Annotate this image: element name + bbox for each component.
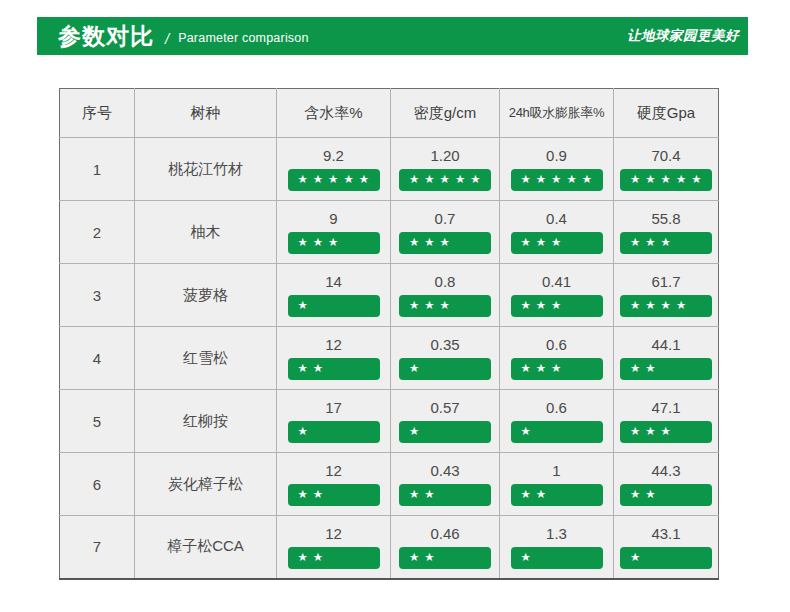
star-icons: ★★★★★ [630,174,707,186]
star-rating-badge: ★★ [288,547,380,569]
banner-title-en: Parameter comparison [178,31,308,45]
star-icons: ★★ [630,489,661,501]
species-cell: 樟子松CCA [135,516,277,579]
metric-cell: 17★ [277,390,391,453]
banner-slogan: 让地球家园更美好 [627,27,739,45]
star-rating-badge: ★★★ [620,421,712,443]
row-number-cell: 7 [60,516,135,579]
star-rating-badge: ★★ [288,358,380,380]
metric-value: 0.46 [392,523,498,544]
metric-value: 44.3 [615,460,717,481]
metric-cell: 44.1★★ [614,327,719,390]
table-body: 1桃花江竹材9.2★★★★★1.20★★★★★0.9★★★★★70.4★★★★★… [60,138,719,579]
row-number-cell: 2 [60,201,135,264]
star-rating-badge: ★★★ [399,295,491,317]
star-icons: ★★ [298,552,329,564]
star-rating-badge: ★★★★★ [288,169,380,191]
star-rating-badge: ★★ [511,484,603,506]
row-number-cell: 4 [60,327,135,390]
row-number-cell: 5 [60,390,135,453]
banner-separator: / [165,30,169,47]
metric-value: 0.9 [501,145,612,166]
row-number-cell: 6 [60,453,135,516]
metric-cell: 1.20★★★★★ [391,138,500,201]
star-icons: ★★ [409,552,440,564]
metric-cell: 43.1★ [614,516,719,579]
metric-value: 44.1 [615,334,717,355]
table-header-row: 序号树种含水率%密度g/cm24h吸水膨胀率%硬度Gpa [60,89,719,138]
species-cell: 红雪松 [135,327,277,390]
metric-value: 0.57 [392,397,498,418]
star-icons: ★★ [630,363,661,375]
banner: 参数对比 / Parameter comparison 让地球家园更美好 [37,17,748,55]
star-icons: ★ [630,552,645,564]
metric-cell: 9★★★ [277,201,391,264]
star-rating-badge: ★★ [620,358,712,380]
metric-value: 1 [501,460,612,481]
metric-value: 9 [278,208,389,229]
metric-cell: 0.41★★★ [500,264,614,327]
star-icons: ★★★★ [630,300,691,312]
star-icons: ★★★ [409,300,455,312]
row-number-cell: 1 [60,138,135,201]
metric-cell: 0.4★★★ [500,201,614,264]
table-row: 5红柳按17★0.57★0.6★47.1★★★ [60,390,719,453]
star-icons: ★ [409,426,424,438]
table-row: 1桃花江竹材9.2★★★★★1.20★★★★★0.9★★★★★70.4★★★★★ [60,138,719,201]
star-icons: ★★ [521,489,552,501]
metric-value: 1.20 [392,145,498,166]
row-number-cell: 3 [60,264,135,327]
star-rating-badge: ★★★★★ [399,169,491,191]
metric-cell: 47.1★★★ [614,390,719,453]
star-icons: ★★ [298,489,329,501]
star-icons: ★★★ [521,363,567,375]
metric-value: 1.3 [501,523,612,544]
metric-cell: 0.46★★ [391,516,500,579]
star-rating-badge: ★★★ [288,232,380,254]
star-rating-badge: ★ [620,547,712,569]
metric-cell: 0.6★ [500,390,614,453]
star-icons: ★★ [298,363,329,375]
column-header: 序号 [60,89,135,138]
star-icons: ★★ [409,489,440,501]
metric-value: 0.35 [392,334,498,355]
species-cell: 红柳按 [135,390,277,453]
table-row: 4红雪松12★★0.35★0.6★★★44.1★★ [60,327,719,390]
metric-value: 12 [278,460,389,481]
metric-cell: 14★ [277,264,391,327]
star-rating-badge: ★★★ [511,358,603,380]
metric-value: 0.6 [501,397,612,418]
table-row: 2柚木9★★★0.7★★★0.4★★★55.8★★★ [60,201,719,264]
metric-cell: 0.43★★ [391,453,500,516]
star-rating-badge: ★★★★ [620,295,712,317]
star-icons: ★★★★★ [409,174,486,186]
metric-cell: 0.57★ [391,390,500,453]
metric-value: 55.8 [615,208,717,229]
metric-value: 17 [278,397,389,418]
star-rating-badge: ★ [399,358,491,380]
metric-value: 12 [278,334,389,355]
metric-cell: 61.7★★★★ [614,264,719,327]
star-icons: ★ [409,363,424,375]
star-icons: ★★★ [409,237,455,249]
species-cell: 桃花江竹材 [135,138,277,201]
star-rating-badge: ★★★★★ [511,169,603,191]
metric-cell: 9.2★★★★★ [277,138,391,201]
table-row: 7樟子松CCA12★★0.46★★1.3★43.1★ [60,516,719,579]
comparison-table-wrap: 序号树种含水率%密度g/cm24h吸水膨胀率%硬度Gpa 1桃花江竹材9.2★★… [59,88,719,580]
star-rating-badge: ★★ [399,484,491,506]
metric-cell: 0.35★ [391,327,500,390]
star-rating-badge: ★★★ [620,232,712,254]
metric-cell: 55.8★★★ [614,201,719,264]
star-rating-badge: ★★★ [511,295,603,317]
metric-cell: 44.3★★ [614,453,719,516]
star-icons: ★★★★★ [298,174,375,186]
species-cell: 菠萝格 [135,264,277,327]
metric-cell: 1.3★ [500,516,614,579]
metric-value: 70.4 [615,145,717,166]
metric-cell: 0.8★★★ [391,264,500,327]
metric-cell: 0.6★★★ [500,327,614,390]
column-header: 硬度Gpa [614,89,719,138]
star-rating-badge: ★ [288,295,380,317]
star-rating-badge: ★ [399,421,491,443]
